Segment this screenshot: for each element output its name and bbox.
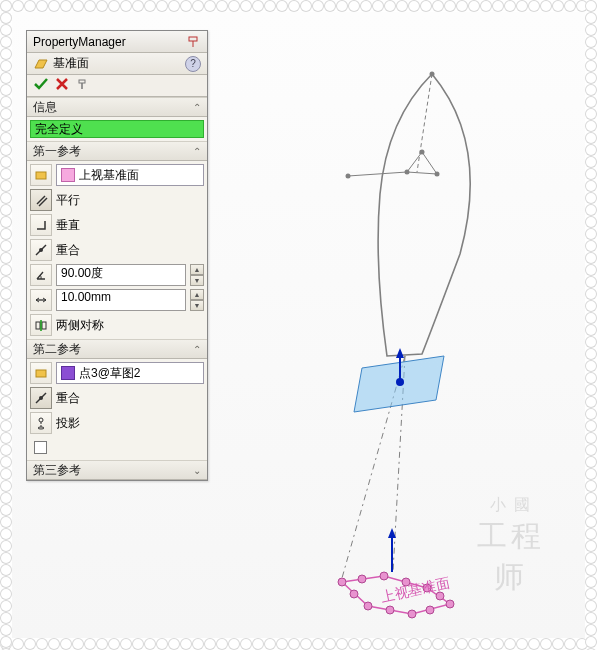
chevron-up-icon: ⌃ [193,344,201,355]
ref2-entity-icon[interactable] [30,362,52,384]
svg-rect-30 [189,37,197,41]
section-ref2-title: 第二参考 [33,341,81,358]
svg-point-15 [396,378,404,386]
ref1-selection-text: 上视基准面 [79,167,139,184]
svg-point-39 [39,248,43,252]
svg-rect-44 [36,370,46,377]
confirm-row [27,75,207,97]
coincident-icon[interactable] [30,239,52,261]
ref2-coincident-label: 重合 [56,390,80,407]
section-ref1-body: 上视基准面 平行 垂直 重合 90.00度 ▲▼ 10. [27,161,207,339]
swatch-pink [61,168,75,182]
svg-line-1 [407,172,437,174]
svg-point-46 [39,396,43,400]
project-icon[interactable] [30,412,52,434]
svg-point-20 [380,572,388,580]
svg-line-36 [37,196,45,204]
stamp-border [0,0,597,12]
svg-point-47 [39,418,43,422]
status-fully-defined: 完全定义 [30,120,204,138]
svg-point-8 [420,150,425,155]
perpendicular-label: 垂直 [56,217,80,234]
ref2-selection-box[interactable]: 点3@草图2 [56,362,204,384]
svg-point-26 [408,610,416,618]
svg-rect-35 [36,172,46,179]
watermark: 小 國工程师 [461,495,561,598]
svg-point-27 [386,606,394,614]
push-pin-icon[interactable] [75,77,89,94]
parallel-label: 平行 [56,192,80,209]
angle-icon[interactable] [30,264,52,286]
svg-line-37 [39,198,47,206]
ok-icon[interactable] [33,76,49,95]
ref1-selection-box[interactable]: 上视基准面 [56,164,204,186]
svg-marker-14 [396,348,404,358]
ref2-flip-checkbox[interactable] [34,441,47,454]
ref2-selection-text: 点3@草图2 [79,365,141,382]
angle-input[interactable]: 90.00度 [56,264,186,286]
section-ref3-header[interactable]: 第三参考 ⌄ [27,460,207,480]
stamp-border [0,0,12,650]
project-label: 投影 [56,415,80,432]
svg-rect-42 [42,322,46,329]
ref1-face-icon[interactable] [30,164,52,186]
svg-point-29 [350,590,358,598]
midplane-icon[interactable] [30,314,52,336]
svg-line-3 [407,152,422,172]
coincident-label: 重合 [56,242,80,259]
svg-point-9 [346,174,351,179]
section-ref2-header[interactable]: 第二参考 ⌃ [27,339,207,359]
svg-marker-32 [35,60,47,68]
ref2-coincident-icon[interactable] [30,387,52,409]
svg-line-4 [348,172,407,176]
section-ref3-title: 第三参考 [33,462,81,479]
section-info-header[interactable]: 信息 ⌃ [27,97,207,117]
section-ref2-body: 点3@草图2 重合 投影 [27,359,207,460]
feature-name: 基准面 [53,55,89,72]
section-ref1-header[interactable]: 第一参考 ⌃ [27,141,207,161]
svg-point-5 [430,72,435,77]
panel-title-text: PropertyManager [33,35,126,49]
perpendicular-icon[interactable] [30,214,52,236]
distance-spinner[interactable]: ▲▼ [190,289,204,311]
stamp-border [585,0,597,650]
svg-point-24 [446,600,454,608]
graphics-viewport[interactable]: 上视基准面 小 國工程师 PropertyManager 基准面 ? 信息 ⌃ [12,12,585,638]
property-manager-panel: PropertyManager 基准面 ? 信息 ⌃ 完全定义 第一参考 ⌃ [26,30,208,481]
help-icon[interactable]: ? [185,56,201,72]
pin-icon[interactable] [185,34,201,50]
svg-line-2 [422,152,437,174]
svg-point-19 [358,575,366,583]
svg-rect-41 [36,322,40,329]
midplane-label: 两侧对称 [56,317,104,334]
svg-point-25 [426,606,434,614]
section-info-body: 完全定义 [27,117,207,141]
swatch-purple [61,366,75,380]
chevron-up-icon: ⌃ [193,146,201,157]
distance-icon[interactable] [30,289,52,311]
section-ref1-title: 第一参考 [33,143,81,160]
angle-spinner[interactable]: ▲▼ [190,264,204,286]
feature-header: 基准面 ? [27,53,207,75]
svg-point-7 [435,172,440,177]
svg-rect-33 [79,80,85,83]
svg-point-18 [338,578,346,586]
stamp-border [0,638,597,650]
chevron-up-icon: ⌃ [193,102,201,113]
section-info-title: 信息 [33,99,57,116]
chevron-down-icon: ⌄ [193,465,201,476]
cancel-icon[interactable] [55,77,69,94]
parallel-icon[interactable] [30,189,52,211]
panel-title-bar: PropertyManager [27,31,207,53]
svg-point-6 [405,170,410,175]
svg-point-28 [364,602,372,610]
plane-icon [33,56,49,72]
distance-input[interactable]: 10.00mm [56,289,186,311]
